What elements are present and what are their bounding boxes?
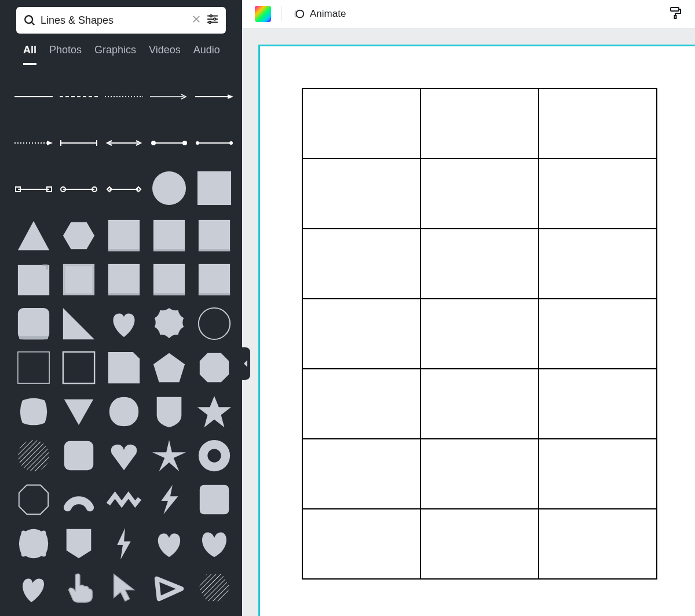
shape-bolt-chunky[interactable] <box>149 481 189 519</box>
color-picker-button[interactable] <box>255 6 271 22</box>
table-cell[interactable] <box>302 509 420 579</box>
table-cell[interactable] <box>302 229 420 299</box>
line-arrow-thin[interactable] <box>149 76 189 117</box>
shape-rounded-square-shadow[interactable] <box>14 305 53 343</box>
shape-square-border-light[interactable] <box>59 261 98 299</box>
search-wrap <box>0 0 242 34</box>
main-area: Animate <box>242 0 695 616</box>
line-solid[interactable] <box>14 76 53 117</box>
clear-icon[interactable] <box>191 14 202 27</box>
table-cell[interactable] <box>302 159 420 229</box>
shape-heart-fat[interactable] <box>195 525 234 563</box>
line-circle-ends[interactable] <box>59 169 98 210</box>
line-arrow-solid[interactable] <box>195 76 234 117</box>
shape-donut[interactable] <box>195 437 234 475</box>
table-cell[interactable] <box>420 89 539 159</box>
line-double-arrow[interactable] <box>104 123 144 163</box>
shape-pointer-hand[interactable] <box>59 569 98 607</box>
shape-heart[interactable] <box>104 305 144 343</box>
line-dashed[interactable] <box>59 76 98 117</box>
filter-icon[interactable] <box>206 13 219 28</box>
shape-banner-shield[interactable] <box>59 525 98 563</box>
tab-all[interactable]: All <box>23 44 36 65</box>
shape-pointer-arrow[interactable] <box>104 569 144 607</box>
shape-heart-sharp[interactable] <box>104 437 144 475</box>
shape-heart-round[interactable] <box>149 525 189 563</box>
table-cell[interactable] <box>539 299 657 369</box>
shape-zigzag[interactable] <box>104 481 144 519</box>
shape-blob[interactable] <box>14 393 53 431</box>
shape-circle-outline[interactable] <box>195 305 234 343</box>
shape-bolt-thin[interactable] <box>104 525 144 563</box>
search-input[interactable] <box>36 14 191 27</box>
shape-rounded-square-fill[interactable] <box>59 437 98 475</box>
shape-square-outline-thin[interactable] <box>14 349 53 387</box>
table-cell[interactable] <box>420 159 539 229</box>
shape-square-corner[interactable] <box>14 261 53 299</box>
table-cell[interactable] <box>539 159 657 229</box>
table-cell[interactable] <box>302 89 420 159</box>
tab-photos[interactable]: Photos <box>49 44 82 65</box>
line-square-ends[interactable] <box>14 169 53 210</box>
table-cell[interactable] <box>420 229 539 299</box>
shape-triangle-fill[interactable] <box>14 217 53 255</box>
shape-star-5-thin[interactable] <box>149 437 189 475</box>
animate-button[interactable]: Animate <box>292 8 346 20</box>
shape-square-shadow[interactable] <box>104 217 144 255</box>
shape-octagon[interactable] <box>195 349 234 387</box>
shape-arc[interactable] <box>59 481 98 519</box>
search-box[interactable] <box>16 7 226 34</box>
shape-hatched-hexagon[interactable] <box>195 569 234 607</box>
shape-circle-fill[interactable] <box>149 169 189 207</box>
line-dot-ends[interactable] <box>149 123 189 163</box>
shape-star[interactable] <box>195 393 234 431</box>
shape-shield[interactable] <box>149 393 189 431</box>
shape-square-shadow-3[interactable] <box>195 217 234 255</box>
shape-square-shadow-6[interactable] <box>195 261 234 299</box>
shape-seal-8[interactable] <box>149 305 189 343</box>
table-cell[interactable] <box>420 299 539 369</box>
line-diamond-ends[interactable] <box>104 169 144 210</box>
svg-rect-46 <box>199 249 230 251</box>
canvas-page[interactable] <box>258 45 695 616</box>
table-cell[interactable] <box>539 439 657 509</box>
line-dotted-arrow[interactable] <box>14 123 53 163</box>
tab-audio[interactable]: Audio <box>193 44 220 65</box>
elements-panel-body[interactable] <box>0 65 242 616</box>
tab-videos[interactable]: Videos <box>149 44 181 65</box>
table-cell[interactable] <box>539 89 657 159</box>
shape-hexagon-fill[interactable] <box>59 217 98 255</box>
table-element[interactable] <box>302 88 657 580</box>
line-dot-ends-small[interactable] <box>195 123 234 163</box>
table-cell[interactable] <box>539 369 657 439</box>
shape-right-triangle[interactable] <box>59 305 98 343</box>
shape-hatched-circle[interactable] <box>14 437 53 475</box>
table-cell[interactable] <box>420 509 539 579</box>
table-cell[interactable] <box>302 439 420 509</box>
shape-pentagon[interactable] <box>149 349 189 387</box>
shape-ornate-square[interactable] <box>14 525 53 563</box>
table-cell[interactable] <box>539 229 657 299</box>
table-cell[interactable] <box>539 509 657 579</box>
shape-square-outline[interactable] <box>59 349 98 387</box>
shape-triangle-outline[interactable] <box>149 569 189 607</box>
table-cell[interactable] <box>420 369 539 439</box>
shape-hexagon-round[interactable] <box>104 393 144 431</box>
shape-square-shadow-5[interactable] <box>149 261 189 299</box>
style-copy-button[interactable] <box>668 6 682 22</box>
shape-heart-tilt[interactable] <box>14 569 53 607</box>
table-cell[interactable] <box>420 439 539 509</box>
line-dotted[interactable] <box>104 76 144 117</box>
table-cell[interactable] <box>302 299 420 369</box>
shape-square-shadow-2[interactable] <box>149 217 189 255</box>
shape-square-fill[interactable] <box>195 169 234 207</box>
shape-square-shadow-4[interactable] <box>104 261 144 299</box>
canvas-viewport[interactable] <box>242 28 695 616</box>
shape-triangle-down[interactable] <box>59 393 98 431</box>
tab-graphics[interactable]: Graphics <box>94 44 136 65</box>
shape-folded-corner[interactable] <box>104 349 144 387</box>
line-bar-end[interactable] <box>59 123 98 163</box>
shape-octagon-outline[interactable] <box>14 481 53 519</box>
shape-square-notch[interactable] <box>195 481 234 519</box>
table-cell[interactable] <box>302 369 420 439</box>
